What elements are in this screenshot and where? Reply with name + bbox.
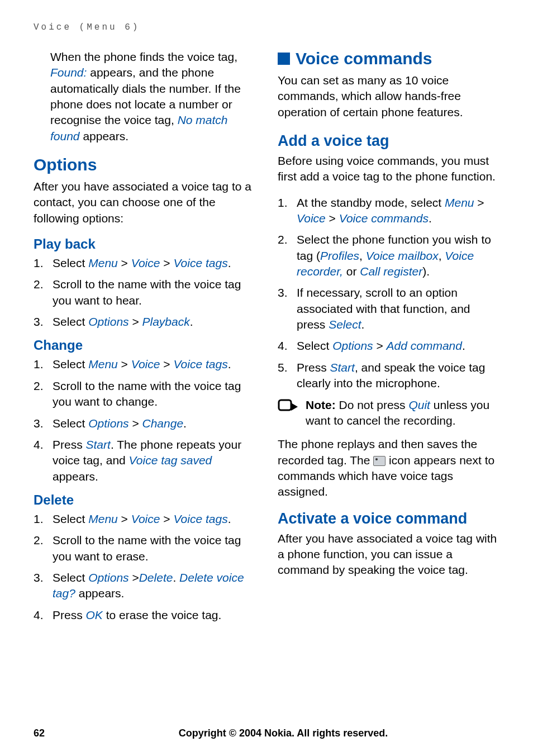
note-block: Note: Do not press Quit unless you want … (278, 397, 499, 429)
menu-path: Voice tags (173, 512, 227, 525)
step-text: At the standby mode, select Menu > Voice… (297, 195, 499, 227)
profiles-label: Profiles (320, 249, 359, 262)
change-heading: Change (34, 337, 255, 353)
menu-path: Options (332, 339, 373, 352)
step-text: Select Menu > Voice > Voice tags. (53, 255, 231, 271)
change-steps: 1. Select Menu > Voice > Voice tags. 2. … (34, 356, 255, 484)
step-text: Select the phone function you wish to ta… (297, 232, 499, 279)
sep: > (118, 358, 131, 370)
txt: At the standby mode, select (297, 196, 445, 209)
menu-path: Menu (88, 358, 118, 370)
list-item: 2. Scroll to the name with the voice tag… (34, 378, 255, 410)
sep: , (359, 249, 366, 262)
list-item: 4. Select Options > Add command. (278, 338, 499, 354)
menu-path: Voice tags (173, 358, 227, 370)
dot: . (462, 339, 465, 352)
list-item: 1. Select Menu > Voice > Voice tags. (34, 255, 255, 271)
page-footer: 62 Copyright © 2004 Nokia. All rights re… (34, 728, 499, 739)
dot: . (228, 256, 231, 269)
activate-paragraph: After you have associated a voice tag wi… (278, 531, 499, 578)
txt: Select (297, 339, 332, 352)
sep: > (129, 571, 139, 584)
list-item: 3. If necessary, scroll to an option ass… (278, 285, 499, 332)
txt: appears. (53, 470, 98, 483)
list-item: 2. Scroll to the name with the voice tag… (34, 277, 255, 308)
voice-commands-heading: Voice commands (278, 49, 499, 68)
start-label: Start (330, 361, 355, 374)
sep: > (118, 512, 131, 525)
step-text: Scroll to the name with the voice tag yo… (53, 532, 255, 564)
menu-path: Voice commands (339, 212, 429, 225)
playback-heading: Play back (34, 236, 255, 252)
step-text: Select Options >Delete. Delete voice tag… (53, 570, 255, 602)
step-number: 4. (278, 338, 291, 354)
call-register-label: Call register (360, 265, 422, 278)
menu-path: Voice (131, 358, 160, 370)
step-number: 3. (34, 570, 47, 602)
sep: > (326, 212, 339, 225)
list-item: 1. Select Menu > Voice > Voice tags. (34, 356, 255, 372)
note-icon (278, 398, 299, 415)
step-text: If necessary, scroll to an option associ… (297, 285, 499, 332)
menu-path: Voice (297, 212, 326, 225)
step-text: Press Start, and speak the voice tag cle… (297, 360, 499, 392)
dot: . (361, 318, 365, 331)
svg-rect-0 (279, 400, 291, 410)
options-paragraph: After you have associated a voice tag to… (34, 179, 255, 226)
menu-path: Options (88, 315, 129, 328)
step-number: 2. (34, 277, 47, 308)
step-text: Press OK to erase the voice tag. (53, 607, 221, 623)
txt: ). (422, 265, 430, 278)
dot: . (228, 358, 231, 370)
intro-text-a: When the phone finds the voice tag, (50, 50, 237, 63)
step-text: Scroll to the name with the voice tag yo… (53, 277, 255, 308)
txt: to erase the voice tag. (103, 608, 221, 621)
page-header: Voice (Menu 6) (34, 22, 499, 32)
list-item: 1. At the standby mode, select Menu > Vo… (278, 195, 499, 227)
txt: . (173, 571, 179, 584)
list-item: 3. Select Options >Delete. Delete voice … (34, 570, 255, 602)
sep: > (160, 358, 173, 370)
menu-path: Voice tags (173, 256, 227, 269)
delete-label: Delete (139, 571, 173, 584)
txt: If necessary, scroll to an option associ… (297, 286, 470, 331)
right-column: Voice commands You can set as many as 10… (278, 49, 499, 629)
txt: appears. (75, 587, 125, 600)
step-number: 2. (34, 378, 47, 410)
options-heading: Options (34, 155, 255, 174)
step-number: 5. (278, 360, 291, 392)
voice-commands-paragraph: You can set as many as 10 voice commands… (278, 73, 499, 120)
step-number: 1. (278, 195, 291, 227)
step-number: 2. (34, 532, 47, 564)
voice-commands-title: Voice commands (296, 49, 432, 68)
list-item: 2. Select the phone function you wish to… (278, 232, 499, 279)
step-number: 4. (34, 437, 47, 484)
list-item: 4. Press OK to erase the voice tag. (34, 607, 255, 623)
txt: Select (53, 358, 88, 370)
sep: > (118, 256, 131, 269)
add-command-label: Add command (387, 339, 462, 352)
txt: Press (53, 438, 86, 451)
sep: > (474, 196, 484, 209)
list-item: 3. Select Options > Playback. (34, 314, 255, 330)
txt: Press (297, 361, 330, 374)
sep: > (373, 339, 387, 352)
dot: . (429, 212, 432, 225)
menu-path: Options (88, 417, 129, 430)
voice-tag-icon (373, 456, 386, 466)
list-item: 4. Press Start. The phone repeats your v… (34, 437, 255, 484)
start-label: Start (86, 438, 111, 451)
dot: . (228, 512, 231, 525)
step-text: Select Menu > Voice > Voice tags. (53, 511, 231, 527)
menu-path: Menu (88, 512, 118, 525)
list-item: 2. Scroll to the name with the voice tag… (34, 532, 255, 564)
sep: > (160, 256, 173, 269)
left-column: When the phone finds the voice tag, Foun… (34, 49, 255, 629)
step-number: 1. (34, 356, 47, 372)
step-number: 3. (278, 285, 291, 332)
activate-heading: Activate a voice command (278, 510, 499, 527)
menu-path: Change (142, 417, 184, 430)
add-voice-tag-paragraph: Before using voice commands, you must fi… (278, 153, 499, 185)
txt: Select (53, 256, 88, 269)
list-item: 1. Select Menu > Voice > Voice tags. (34, 511, 255, 527)
